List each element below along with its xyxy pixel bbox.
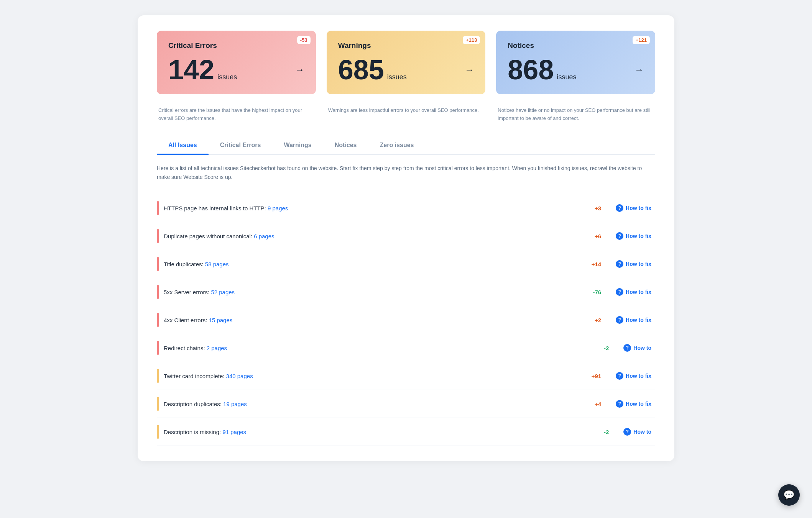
how-to-label: How to fix bbox=[626, 373, 651, 379]
how-to-fix-button[interactable]: ? How to fix bbox=[612, 202, 655, 214]
card-descriptions: Critical errors are the issues that have… bbox=[157, 107, 655, 123]
how-to-fix-button[interactable]: ? How to bbox=[620, 426, 655, 438]
how-to-label: How to bbox=[633, 345, 651, 351]
issue-delta: +14 bbox=[584, 261, 607, 267]
issue-row: HTTPS page has internal links to HTTP: 9… bbox=[157, 194, 655, 222]
card-desc-warnings: Warnings are less impactful errors to yo… bbox=[327, 107, 486, 123]
how-to-icon: ? bbox=[616, 288, 623, 296]
card-count-notices: 868 bbox=[508, 56, 554, 84]
how-to-icon: ? bbox=[623, 344, 631, 352]
tab-zero[interactable]: Zero issues bbox=[368, 136, 426, 154]
how-to-icon: ? bbox=[616, 316, 623, 324]
card-badge-warnings: +113 bbox=[463, 36, 480, 44]
issue-label: Twitter card incomplete: bbox=[164, 373, 226, 379]
issue-label: Description duplicates: bbox=[164, 401, 223, 407]
issue-indicator bbox=[157, 229, 159, 243]
main-container: -53 Critical Errors 142 issues → +113 Wa… bbox=[138, 15, 674, 461]
issue-label: HTTPS page has internal links to HTTP: bbox=[164, 205, 268, 211]
card-title-warnings: Warnings bbox=[338, 41, 474, 50]
card-issues-label-warnings: issues bbox=[387, 73, 407, 81]
chat-icon: 💬 bbox=[783, 490, 795, 500]
card-arrow-notices: → bbox=[634, 64, 644, 75]
issue-delta: +3 bbox=[584, 205, 607, 211]
issue-label: 4xx Client errors: bbox=[164, 317, 209, 323]
card-count-critical: 142 bbox=[168, 56, 214, 84]
how-to-icon: ? bbox=[616, 372, 623, 380]
how-to-label: How to fix bbox=[626, 289, 651, 295]
card-badge-notices: +121 bbox=[633, 36, 650, 44]
how-to-fix-button[interactable]: ? How to fix bbox=[612, 230, 655, 242]
tab-notices[interactable]: Notices bbox=[323, 136, 368, 154]
how-to-fix-button[interactable]: ? How to fix bbox=[612, 370, 655, 382]
issue-delta: +6 bbox=[584, 233, 607, 239]
issue-text: Title duplicates: 58 pages bbox=[164, 261, 580, 267]
card-warnings[interactable]: +113 Warnings 685 issues → bbox=[327, 31, 486, 94]
how-to-label: How to fix bbox=[626, 401, 651, 407]
issue-indicator bbox=[157, 341, 159, 355]
how-to-icon: ? bbox=[616, 400, 623, 408]
issue-label: Title duplicates: bbox=[164, 261, 205, 267]
issue-row: 5xx Server errors: 52 pages -76 ? How to… bbox=[157, 278, 655, 306]
card-desc-critical: Critical errors are the issues that have… bbox=[157, 107, 316, 123]
issue-delta: -76 bbox=[584, 289, 607, 295]
issue-row: Twitter card incomplete: 340 pages +91 ?… bbox=[157, 362, 655, 390]
issue-link[interactable]: 2 pages bbox=[207, 345, 227, 351]
card-desc-notices: Notices have little or no impact on your… bbox=[496, 107, 655, 123]
issue-delta: +2 bbox=[584, 317, 607, 323]
issue-link[interactable]: 58 pages bbox=[205, 261, 229, 267]
card-issues-label-notices: issues bbox=[557, 73, 576, 81]
issue-text: Duplicate pages without canonical: 6 pag… bbox=[164, 233, 580, 239]
issue-link[interactable]: 52 pages bbox=[211, 289, 235, 295]
issue-row: Description duplicates: 19 pages +4 ? Ho… bbox=[157, 390, 655, 418]
card-count-warnings: 685 bbox=[338, 56, 384, 84]
how-to-fix-button[interactable]: ? How to bbox=[620, 342, 655, 354]
issue-row: 4xx Client errors: 15 pages +2 ? How to … bbox=[157, 306, 655, 334]
issue-row: Redirect chains: 2 pages -2 ? How to bbox=[157, 334, 655, 362]
issue-indicator bbox=[157, 285, 159, 299]
issue-link[interactable]: 340 pages bbox=[226, 373, 253, 379]
how-to-icon: ? bbox=[616, 232, 623, 240]
how-to-fix-button[interactable]: ? How to fix bbox=[612, 398, 655, 410]
card-badge-critical: -53 bbox=[297, 36, 311, 44]
issue-link[interactable]: 6 pages bbox=[254, 233, 274, 239]
issue-indicator bbox=[157, 425, 159, 439]
issue-text: Twitter card incomplete: 340 pages bbox=[164, 373, 580, 379]
how-to-fix-button[interactable]: ? How to fix bbox=[612, 286, 655, 298]
issue-delta: +4 bbox=[584, 401, 607, 407]
issue-indicator bbox=[157, 397, 159, 411]
issue-link[interactable]: 19 pages bbox=[223, 401, 247, 407]
issues-list: HTTPS page has internal links to HTTP: 9… bbox=[157, 194, 655, 446]
issue-row: Title duplicates: 58 pages +14 ? How to … bbox=[157, 250, 655, 278]
tabs: All IssuesCritical ErrorsWarningsNotices… bbox=[157, 136, 655, 155]
chat-button[interactable]: 💬 bbox=[778, 484, 800, 506]
how-to-fix-button[interactable]: ? How to fix bbox=[612, 258, 655, 270]
issue-text: Redirect chains: 2 pages bbox=[164, 345, 587, 351]
tab-all[interactable]: All Issues bbox=[157, 136, 209, 154]
how-to-label: How to bbox=[633, 429, 651, 435]
tab-critical[interactable]: Critical Errors bbox=[209, 136, 273, 154]
card-arrow-warnings: → bbox=[465, 64, 474, 75]
issue-text: Description duplicates: 19 pages bbox=[164, 401, 580, 407]
how-to-label: How to fix bbox=[626, 317, 651, 323]
issue-label: Description is missing: bbox=[164, 429, 222, 435]
issue-indicator bbox=[157, 257, 159, 271]
issue-indicator bbox=[157, 313, 159, 327]
tab-warnings[interactable]: Warnings bbox=[272, 136, 323, 154]
card-critical[interactable]: -53 Critical Errors 142 issues → bbox=[157, 31, 316, 94]
how-to-icon: ? bbox=[616, 260, 623, 268]
issue-link[interactable]: 9 pages bbox=[268, 205, 288, 211]
how-to-label: How to fix bbox=[626, 233, 651, 239]
summary-cards: -53 Critical Errors 142 issues → +113 Wa… bbox=[157, 31, 655, 94]
issue-label: Redirect chains: bbox=[164, 345, 207, 351]
issue-link[interactable]: 15 pages bbox=[209, 317, 233, 323]
issue-link[interactable]: 91 pages bbox=[222, 429, 246, 435]
issues-description: Here is a list of all technical issues S… bbox=[157, 164, 655, 182]
issue-delta: -2 bbox=[592, 429, 615, 435]
how-to-icon: ? bbox=[623, 428, 631, 436]
how-to-fix-button[interactable]: ? How to fix bbox=[612, 314, 655, 326]
issue-text: HTTPS page has internal links to HTTP: 9… bbox=[164, 205, 580, 211]
issue-text: Description is missing: 91 pages bbox=[164, 429, 587, 435]
issue-label: Duplicate pages without canonical: bbox=[164, 233, 254, 239]
how-to-icon: ? bbox=[616, 204, 623, 212]
card-notices[interactable]: +121 Notices 868 issues → bbox=[496, 31, 655, 94]
